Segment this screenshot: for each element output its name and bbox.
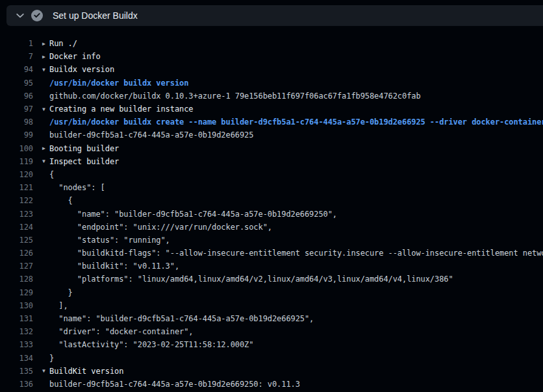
line-text: "driver": "docker-container", <box>49 327 193 336</box>
line-text: "buildkit": "v0.11.3", <box>49 262 179 271</box>
line-text: { <box>49 196 73 205</box>
log-line: 99 builder-d9cfb5a1-c764-445a-a57e-0b19d… <box>0 129 543 141</box>
line-text: { <box>49 170 54 179</box>
line-text: Buildx version <box>49 65 114 74</box>
log-line[interactable]: 119 ▼ Inspect builder <box>0 155 543 168</box>
step-title: Set up Docker Buildx <box>53 10 138 21</box>
line-text: Booting builder <box>49 144 119 153</box>
line-text: builder-d9cfb5a1-c764-445a-a57e-0b19d2e6… <box>49 130 253 140</box>
line-number[interactable]: 96 <box>0 92 33 101</box>
line-number[interactable]: 120 <box>0 170 33 179</box>
log-line: 125 "status": "running", <box>0 234 543 247</box>
line-text: BuildKit version <box>49 367 123 376</box>
line-text: github.com/docker/buildx 0.10.3+azure-1 … <box>49 92 421 101</box>
group-marker-icon: ▼ <box>33 368 49 374</box>
line-text: "platforms": "linux/amd64,linux/amd64/v2… <box>49 275 453 284</box>
group-marker-icon: ▼ <box>33 158 49 164</box>
line-text: "buildkitd-flags": "--allow-insecure-ent… <box>49 249 543 258</box>
line-number[interactable]: 122 <box>0 196 33 205</box>
line-text: "name": "builder-d9cfb5a1-c764-445a-a57e… <box>49 210 337 219</box>
line-number[interactable]: 124 <box>0 223 33 232</box>
log-line: 124 "endpoint": "unix:///var/run/docker.… <box>0 221 543 234</box>
line-text: /usr/bin/docker buildx create --name bui… <box>49 117 543 127</box>
line-number[interactable]: 94 <box>0 65 33 74</box>
group-marker-icon: ▶ <box>33 41 49 47</box>
line-text: Docker info <box>49 52 101 61</box>
line-number[interactable]: 131 <box>0 314 33 323</box>
line-number[interactable]: 133 <box>0 340 33 349</box>
log-line: 134 } <box>0 352 543 365</box>
log-line: 129 } <box>0 286 543 299</box>
line-number[interactable]: 130 <box>0 301 33 310</box>
group-marker-icon: ▶ <box>33 54 49 60</box>
line-number[interactable]: 98 <box>0 117 33 127</box>
line-number[interactable]: 132 <box>0 327 33 336</box>
log-line[interactable]: 1 ▶ Run ./ <box>0 37 543 50</box>
line-text: "lastActivity": "2023-02-25T11:58:12.000… <box>49 340 253 349</box>
log-line: 127 "buildkit": "v0.11.3", <box>0 260 543 273</box>
line-text: Run ./ <box>49 39 77 48</box>
chevron-down-icon[interactable] <box>15 10 25 21</box>
line-number[interactable]: 134 <box>0 354 33 363</box>
log-line: 95 /usr/bin/docker buildx version <box>0 77 543 90</box>
line-number[interactable]: 99 <box>0 130 33 140</box>
line-text: builder-d9cfb5a1-c764-445a-a57e-0b19d2e6… <box>49 380 300 389</box>
line-number[interactable]: 7 <box>0 52 33 61</box>
group-marker-icon: ▼ <box>33 106 49 112</box>
log-line: 121 "nodes": [ <box>0 181 543 194</box>
log-line: 136 builder-d9cfb5a1-c764-445a-a57e-0b19… <box>0 378 543 391</box>
line-number[interactable]: 135 <box>0 367 33 376</box>
line-number[interactable]: 126 <box>0 249 33 258</box>
log-line: 132 "driver": "docker-container", <box>0 325 543 338</box>
log-line: 126 "buildkitd-flags": "--allow-insecure… <box>0 247 543 260</box>
line-number[interactable]: 127 <box>0 262 33 271</box>
log-lines: 1 ▶ Run ./ 7 ▶ Docker info 94 ▼ Buildx v… <box>0 26 543 391</box>
line-number[interactable]: 95 <box>0 79 33 88</box>
log-line[interactable]: 135 ▼ BuildKit version <box>0 365 543 378</box>
step-header[interactable]: Set up Docker Buildx <box>6 5 543 26</box>
line-number[interactable]: 97 <box>0 104 33 114</box>
log-line: 122 { <box>0 194 543 207</box>
line-text: Inspect builder <box>49 157 119 166</box>
log-line[interactable]: 7 ▶ Docker info <box>0 50 543 63</box>
log-line[interactable]: 100 ▶ Booting builder <box>0 142 543 155</box>
line-text: /usr/bin/docker buildx version <box>49 79 188 88</box>
log-line: 133 "lastActivity": "2023-02-25T11:58:12… <box>0 338 543 351</box>
log-line: 120 { <box>0 168 543 181</box>
group-marker-icon: ▶ <box>33 145 49 151</box>
log-line: 123 "name": "builder-d9cfb5a1-c764-445a-… <box>0 207 543 220</box>
line-number[interactable]: 100 <box>0 144 33 153</box>
check-circle-icon <box>31 10 43 21</box>
log-line: 130 ], <box>0 299 543 312</box>
line-text: ], <box>49 301 68 310</box>
line-number[interactable]: 129 <box>0 288 33 297</box>
line-number[interactable]: 121 <box>0 183 33 192</box>
line-text: "nodes": [ <box>49 183 105 192</box>
group-marker-icon: ▼ <box>33 67 49 73</box>
line-text: "name": "builder-d9cfb5a1-c764-445a-a57e… <box>49 314 314 323</box>
log-line: 131 "name": "builder-d9cfb5a1-c764-445a-… <box>0 312 543 325</box>
log-line: 96 github.com/docker/buildx 0.10.3+azure… <box>0 90 543 103</box>
line-number[interactable]: 119 <box>0 157 33 166</box>
line-number[interactable]: 125 <box>0 236 33 245</box>
log-line[interactable]: 97 ▼ Creating a new builder instance <box>0 103 543 116</box>
line-number[interactable]: 1 <box>0 39 33 48</box>
line-number[interactable]: 128 <box>0 275 33 284</box>
line-number[interactable]: 123 <box>0 210 33 219</box>
log-line: 98 /usr/bin/docker buildx create --name … <box>0 116 543 129</box>
log-line: 128 "platforms": "linux/amd64,linux/amd6… <box>0 273 543 286</box>
line-text: "status": "running", <box>49 236 170 245</box>
line-text: Creating a new builder instance <box>49 104 193 114</box>
line-text: } <box>49 354 54 363</box>
line-number[interactable]: 136 <box>0 380 33 389</box>
line-text: } <box>49 288 73 297</box>
line-text: "endpoint": "unix:///var/run/docker.sock… <box>49 223 272 232</box>
workflow-log-page: Set up Docker Buildx 1 ▶ Run ./ 7 ▶ Dock… <box>0 0 543 392</box>
log-line[interactable]: 94 ▼ Buildx version <box>0 63 543 76</box>
